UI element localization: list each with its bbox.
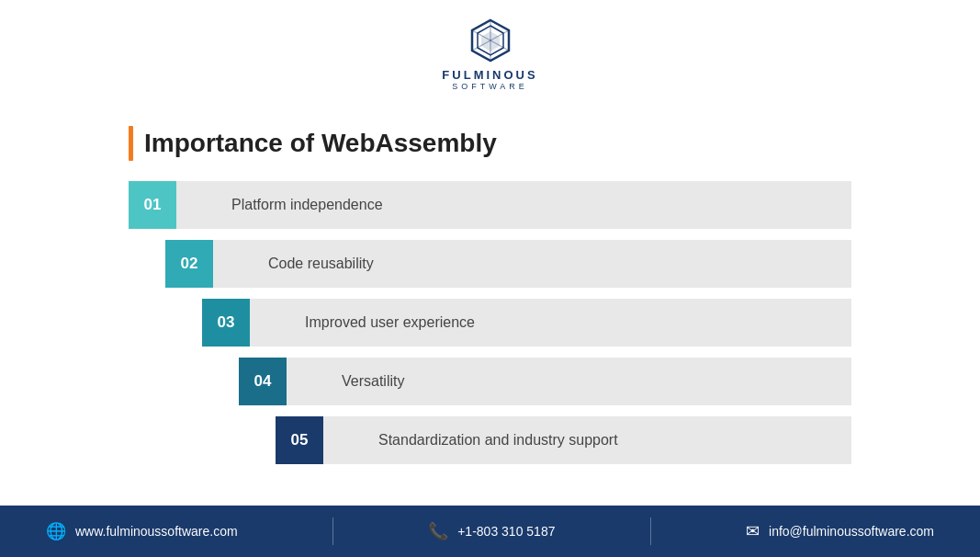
- footer-phone: 📞 +1-803 310 5187: [428, 521, 555, 541]
- globe-icon: 🌐: [46, 521, 66, 541]
- phone-icon: 📞: [428, 521, 448, 541]
- main-content: Importance of WebAssembly 01 Platform in…: [0, 104, 980, 506]
- page-title: Importance of WebAssembly: [144, 129, 497, 158]
- email-icon: ✉: [746, 521, 760, 541]
- number-badge-2: 02: [165, 240, 213, 288]
- number-badge-3: 03: [202, 299, 250, 347]
- list-item: 02 Code reusability: [165, 240, 851, 288]
- item-label-5: Standardization and industry support: [323, 416, 851, 464]
- footer-website: 🌐 www.fulminoussoftware.com: [46, 521, 238, 541]
- items-list: 01 Platform independence 02 Code reusabi…: [129, 181, 851, 464]
- list-item: 01 Platform independence: [129, 181, 851, 229]
- logo-container: FULMINOUS SOFTWARE: [442, 17, 537, 91]
- item-label-2: Code reusability: [213, 240, 851, 288]
- number-badge-5: 05: [276, 416, 323, 464]
- list-item: 03 Improved user experience: [202, 299, 851, 347]
- footer-divider-1: [332, 517, 333, 545]
- item-label-1: Platform independence: [176, 181, 851, 229]
- phone-text: +1-803 310 5187: [457, 524, 555, 539]
- footer: 🌐 www.fulminoussoftware.com 📞 +1-803 310…: [0, 506, 980, 557]
- footer-email: ✉ info@fulminoussoftware.com: [746, 521, 934, 541]
- item-label-4: Versatility: [287, 358, 851, 405]
- number-badge-1: 01: [129, 181, 176, 229]
- title-accent-bar: [129, 126, 133, 161]
- number-badge-4: 04: [239, 358, 287, 405]
- fulminous-logo-icon: [467, 17, 514, 64]
- logo-sub: SOFTWARE: [452, 82, 528, 91]
- list-item: 05 Standardization and industry support: [276, 416, 851, 464]
- email-text: info@fulminoussoftware.com: [769, 524, 934, 539]
- footer-divider-2: [650, 517, 651, 545]
- title-section: Importance of WebAssembly: [129, 122, 851, 161]
- logo-area: FULMINOUS SOFTWARE: [0, 0, 980, 104]
- logo-brand: FULMINOUS: [442, 68, 537, 82]
- website-text: www.fulminoussoftware.com: [75, 524, 238, 539]
- item-label-3: Improved user experience: [250, 299, 851, 347]
- list-item: 04 Versatility: [239, 358, 851, 405]
